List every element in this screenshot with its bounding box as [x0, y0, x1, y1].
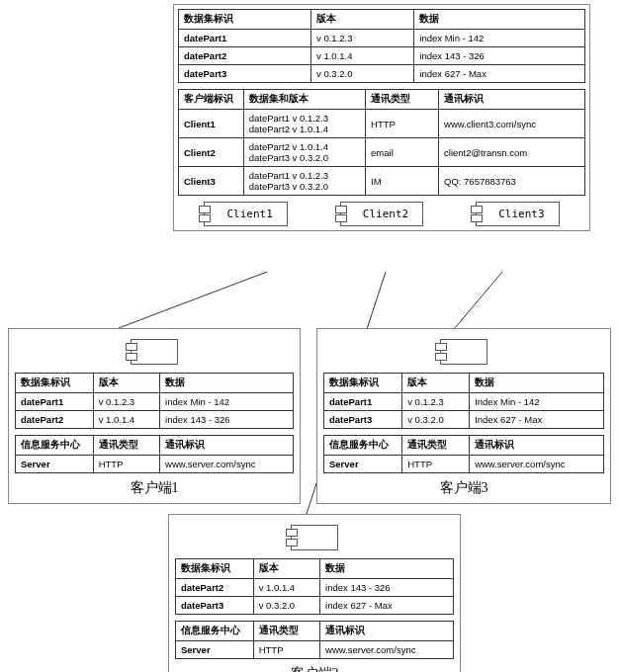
component-client3: Client3 — [476, 202, 559, 226]
table-row: datePart2v 1.0.1.4index 143 - 326 — [176, 579, 454, 597]
table-row: Client1datePart1 v 0.1.2.3 datePart2 v 1… — [179, 110, 585, 138]
table-row: Client2datePart2 v 1.0.1.4 datePart3 v 0… — [179, 138, 585, 167]
component-icon — [291, 525, 338, 550]
col-dataset-version: 数据集和版本 — [243, 90, 365, 110]
component-icon — [131, 339, 178, 365]
client3-server-table: 信息服务中心通讯类型通讯标识 ServerHTTPwww.server.com/… — [323, 435, 604, 473]
client2-dataset-table: 数据集标识版本数据 datePart2v 1.0.1.4index 143 - … — [175, 558, 454, 615]
svg-line-2 — [455, 272, 502, 328]
table-row: datePart2v 1.0.1.4index 143 - 326 — [179, 47, 585, 65]
table-row: datePart3v 0.3.2.0index 627 - Max — [179, 65, 585, 83]
server-dataset-table: 数据集标识 版本 数据 datePart1v 0.1.2.3index Min … — [178, 9, 585, 83]
component-client1: Client1 — [204, 202, 287, 226]
component-icon — [440, 339, 487, 365]
server-panel: 数据集标识 版本 数据 datePart1v 0.1.2.3index Min … — [173, 4, 590, 231]
server-client-table: 客户端标识 数据集和版本 通讯类型 通讯标识 Client1datePart1 … — [178, 89, 585, 196]
table-row: datePart3v 0.3.2.0index 627 - Max — [176, 597, 454, 615]
client2-panel: 数据集标识版本数据 datePart2v 1.0.1.4index 143 - … — [168, 514, 461, 672]
client1-panel: 数据集标识版本数据 datePart1v 0.1.2.3index Min - … — [8, 328, 301, 504]
col-comm-id: 通讯标识 — [439, 90, 585, 110]
client2-label: 客户端2 — [175, 665, 454, 672]
table-row: ServerHTTPwww.server.com/sync — [176, 641, 454, 659]
table-row: datePart1v 0.1.2.3index Min - 142 — [16, 393, 294, 411]
svg-line-0 — [119, 272, 267, 328]
table-row: datePart3v 0.3.2.0Index 627 - Max — [324, 411, 604, 429]
table-row: datePart1v 0.1.2.3index Min - 142 — [179, 30, 585, 47]
col-data: 数据 — [414, 10, 585, 30]
table-row: datePart1v 0.1.2.3Index Min - 142 — [324, 393, 604, 411]
component-client2: Client2 — [340, 202, 423, 226]
col-dataset-id: 数据集标识 — [179, 10, 311, 30]
table-row: ServerHTTPwww.server.com/sync — [324, 456, 604, 473]
client1-server-table: 信息服务中心通讯类型通讯标识 ServerHTTPwww.server.com/… — [15, 435, 294, 473]
server-component-row: Client1 Client2 Client3 — [178, 202, 585, 226]
client1-dataset-table: 数据集标识版本数据 datePart1v 0.1.2.3index Min - … — [15, 373, 294, 429]
table-row: datePart2v 1.0.1.4index 143 - 326 — [16, 411, 294, 429]
client3-panel: 数据集标识版本数据 datePart1v 0.1.2.3Index Min - … — [316, 328, 611, 504]
client1-label: 客户端1 — [15, 479, 294, 497]
client3-label: 客户端3 — [323, 479, 604, 497]
col-version: 版本 — [311, 10, 414, 30]
table-row: Client3datePart1 v 0.1.2.3 datePart3 v 0… — [179, 167, 585, 196]
table-row: ServerHTTPwww.server.com/sync — [16, 456, 294, 473]
client3-dataset-table: 数据集标识版本数据 datePart1v 0.1.2.3Index Min - … — [323, 373, 604, 429]
col-client-id: 客户端标识 — [179, 90, 244, 110]
col-comm-type: 通讯类型 — [366, 90, 439, 110]
client2-server-table: 信息服务中心通讯类型通讯标识 ServerHTTPwww.server.com/… — [175, 621, 454, 659]
